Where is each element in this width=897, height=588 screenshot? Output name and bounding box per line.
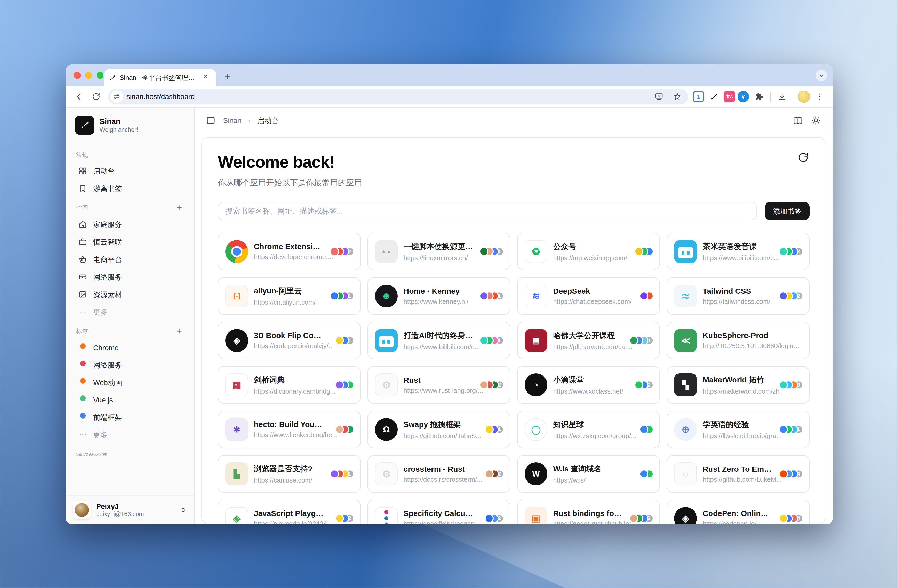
add-icon[interactable] xyxy=(175,327,184,336)
bookmark-tag-dots: 2 xyxy=(634,380,654,389)
sidebar-item-Web动画[interactable]: Web动画 xyxy=(75,374,185,391)
bookmark-card[interactable]: Ω Swapy 拖拽框架 https://github.com/TahaS...… xyxy=(367,411,510,448)
bookmark-card[interactable]: ◈ CodePen: Online Cod... https://codepen… xyxy=(667,499,810,524)
bookmark-card[interactable]: 打造AI时代的终身学习力 https://www.bilibili.com/c.… xyxy=(367,322,510,359)
address-bar[interactable]: sinan.host/dashboard xyxy=(108,89,688,104)
zoom-window-button[interactable] xyxy=(97,72,104,79)
v-extension-icon[interactable]: V xyxy=(738,91,749,102)
user-email: peixy_j@163.com xyxy=(96,511,144,518)
bookmark-favicon: ◯ xyxy=(525,418,548,441)
theme-sun-icon[interactable] xyxy=(811,116,821,126)
sidebar-item-网络服务[interactable]: 网络服务 xyxy=(75,268,185,286)
browser-menu-kebab-icon[interactable] xyxy=(812,89,827,104)
bookmark-card[interactable]: ☻ Home · Kenney https://www.kenney.nl/ 1 xyxy=(367,277,510,315)
bookmark-card[interactable]: ▤ 哈佛大学公开课程 https://pll.harvard.edu/cat..… xyxy=(517,322,660,359)
bookmark-favicon: ◌ xyxy=(674,463,697,486)
breadcrumb-separator: › xyxy=(248,117,250,124)
bookmark-card[interactable]: Specificity Calculator https://specifici… xyxy=(367,499,510,524)
minimize-window-button[interactable] xyxy=(85,72,92,79)
bookmark-card[interactable]: ◈ JavaScript Playground https://playcode… xyxy=(218,499,361,524)
sidebar-item-启动台[interactable]: 启动台 xyxy=(75,162,185,180)
bookmark-card[interactable]: 茶米英语发音课 https://www.bilibili.com/c... 2 xyxy=(667,233,810,270)
bookmark-card[interactable]: ▚ MakerWorld 拓竹 https://makerworld.com/z… xyxy=(667,366,810,404)
sidebar-item-Vue.js[interactable]: Vue.js xyxy=(75,391,185,409)
back-button[interactable] xyxy=(72,89,86,104)
bookmark-card[interactable]: [-] aliyun-阿里云 https://cn.aliyun.com/ 1 xyxy=(218,277,361,315)
bookmark-favicon: ◈ xyxy=(225,329,248,352)
browser-tab[interactable]: Sinan - 全平台书签管理工具 | 笺 xyxy=(104,69,216,86)
bookmark-favicon: ▣ xyxy=(525,507,548,524)
bookmark-title: 知识星球 xyxy=(553,419,652,430)
sidebar-item-icon xyxy=(78,360,87,370)
bookmark-tag-dots: 1 xyxy=(330,469,354,478)
sidebar-item-网络服务[interactable]: 网络服务 xyxy=(75,356,185,374)
sidebar-item-前端框架[interactable]: 前端框架 xyxy=(75,408,185,426)
bookmark-card[interactable]: ⊕ 学英语的经验 https://llwslc.github.io/gra...… xyxy=(667,411,810,448)
tab-search-chevron-icon[interactable] xyxy=(816,70,827,81)
refresh-icon[interactable] xyxy=(798,153,810,164)
sidebar-item-家庭服务[interactable]: 家庭服务 xyxy=(75,215,185,233)
bookmark-card[interactable]: ◔ 小滴课堂 https://www.xdclass.net/ 2 xyxy=(517,366,660,404)
bookmark-tag-dots: 2 xyxy=(629,514,654,523)
add-bookmark-button[interactable]: 添加书签 xyxy=(765,202,810,220)
bookmark-card[interactable]: ✱ hecto: Build Your Own ... https://www.… xyxy=(218,411,361,448)
bookmark-card[interactable]: ◈ 3D Book Flip Cover https://codepen.io/… xyxy=(218,322,361,359)
bookmark-favicon: W xyxy=(525,463,548,486)
sidebar-toggle-icon[interactable] xyxy=(206,116,216,126)
bookmark-card[interactable]: ▣ Rust bindings for God... https://godot… xyxy=(517,499,660,524)
sidebar-item-icon xyxy=(78,343,87,352)
toolbar-divider xyxy=(770,92,770,102)
bookmark-card[interactable]: ⚙ Rust https://www.rust-lang.org/... 2 xyxy=(367,366,510,404)
bookmark-card[interactable]: ≋ DeepSeek https://chat.deepseek.com/ xyxy=(517,277,660,315)
reload-button[interactable] xyxy=(89,89,104,104)
sidebar-item-电商平台[interactable]: 电商平台 xyxy=(75,250,185,268)
bookmark-card[interactable]: ▦ 剑桥词典 https://dictionary.cambridg... xyxy=(218,366,361,404)
extensions-puzzle-icon[interactable] xyxy=(751,89,766,104)
sidebar-item-资源素材[interactable]: 资源素材 xyxy=(75,286,185,303)
bookmark-card[interactable]: ♻ 公众号 https://mp.weixin.qq.com/ xyxy=(517,233,660,270)
user-menu[interactable]: PeixyJ peixy_j@163.com xyxy=(66,495,194,524)
sidebar-item-Chrome[interactable]: Chrome xyxy=(75,339,185,356)
downloads-icon[interactable] xyxy=(775,89,790,104)
bookmark-star-icon[interactable] xyxy=(670,89,685,104)
bookmark-card[interactable]: ◯ 知识星球 https://wx.zsxq.com/group/... xyxy=(517,411,660,448)
bookmark-card[interactable]: ▲▲ 一键脚本使换源更简单 ... https://linuxmirrors.c… xyxy=(367,233,510,270)
tag-color-dot xyxy=(80,378,86,384)
search-input[interactable] xyxy=(218,202,757,220)
new-tab-button[interactable] xyxy=(220,69,234,84)
bookmark-card[interactable]: Chrome Extensions https://developer.chro… xyxy=(218,233,361,270)
close-window-button[interactable] xyxy=(74,72,81,79)
docs-book-icon[interactable] xyxy=(793,116,803,126)
site-settings-icon[interactable] xyxy=(110,90,123,103)
bookmark-tag-dots xyxy=(640,292,654,301)
breadcrumb-root[interactable]: Sinan xyxy=(223,116,242,125)
sidebar: Sinan Weigh anchor! 常规 启动台 游离书签 空间 家庭服务 … xyxy=(66,107,194,524)
sidebar-item-更多[interactable]: 更多 xyxy=(75,303,185,321)
translate-extension-icon[interactable]: 文A xyxy=(724,91,735,102)
bookmark-tag-dots: 2 xyxy=(485,469,504,478)
app-logo[interactable]: Sinan Weigh anchor! xyxy=(75,116,185,135)
tab-close-icon[interactable] xyxy=(202,73,211,82)
breadcrumb-current: 启动台 xyxy=(257,116,279,125)
bookmark-tag-dots: 2 xyxy=(485,514,504,523)
bookmark-card[interactable]: ≈ Tailwind CSS https://tailwindcss.com/ … xyxy=(667,277,810,315)
bookmark-tag-dots xyxy=(640,425,654,434)
bookmark-card[interactable]: ◌ Rust Zero To Email Pr... https://githu… xyxy=(667,455,810,493)
bookmark-card[interactable]: W W.is 查询域名 https://w.is/ xyxy=(517,455,660,493)
add-icon[interactable] xyxy=(175,203,184,212)
install-app-icon[interactable] xyxy=(652,89,667,104)
onepassword-extension-icon[interactable]: 1 xyxy=(693,91,704,102)
bookmark-card[interactable]: ▙ 浏览器是否支持? https://caniuse.com/ 1 xyxy=(218,455,361,493)
bookmark-tag-dots: 1 xyxy=(479,336,504,345)
bookmark-card[interactable]: ≪ KubeSphere-Prod http://10.250.5.101:30… xyxy=(667,322,810,359)
url-text[interactable]: sinan.host/dashboard xyxy=(127,93,648,101)
profile-avatar[interactable] xyxy=(798,90,810,102)
user-avatar xyxy=(73,501,91,519)
sidebar-item-恒云智联[interactable]: 恒云智联 xyxy=(75,233,185,250)
sidebar-item-游离书签[interactable]: 游离书签 xyxy=(75,180,185,197)
bookmark-favicon: ≪ xyxy=(674,329,697,352)
sinan-extension-icon[interactable] xyxy=(707,89,721,104)
sidebar-item-更多[interactable]: 更多 xyxy=(75,426,185,444)
sidebar-section-label: 空间 xyxy=(76,203,184,212)
bookmark-card[interactable]: ⚙ crossterm - Rust https://docs.rs/cross… xyxy=(367,455,510,493)
